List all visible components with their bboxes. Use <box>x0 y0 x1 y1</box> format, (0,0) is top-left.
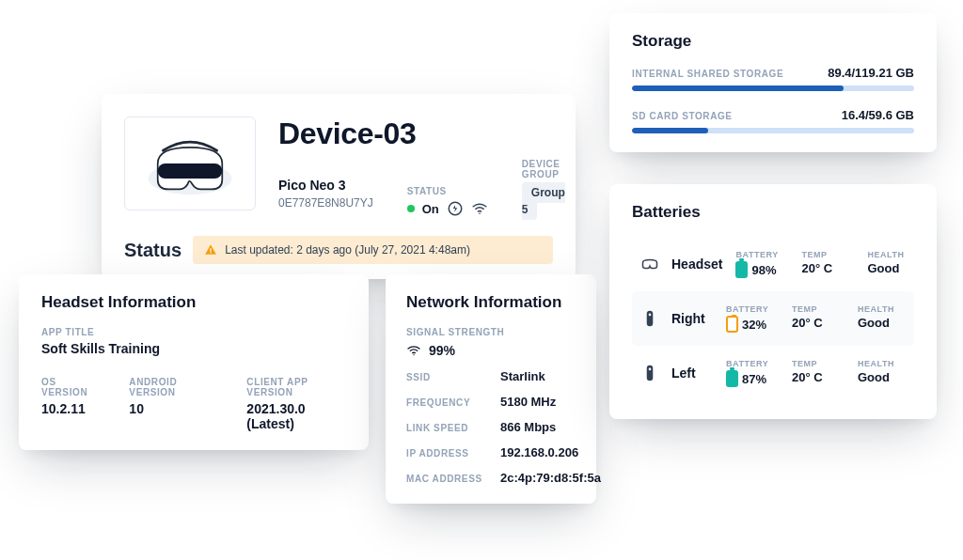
android-version-label: ANDROID VERSION <box>129 377 216 397</box>
battery-label: BATTERY <box>726 304 773 314</box>
wifi-icon <box>406 343 421 358</box>
battery-percent: 98% <box>751 263 776 277</box>
battery-level-icon <box>726 370 738 387</box>
health-label: HEALTH <box>858 304 905 314</box>
svg-rect-7 <box>647 311 654 326</box>
ssid-label: SSID <box>406 372 493 382</box>
link-speed-value: 866 Mbps <box>500 420 556 434</box>
batteries-card: Batteries Headset BATTERY 98% TEMP 20° C… <box>609 184 937 419</box>
frequency-value: 5180 MHz <box>500 395 556 409</box>
batteries-title: Batteries <box>632 203 914 222</box>
android-version-value: 10 <box>129 401 216 416</box>
battery-temp: 20° C <box>801 261 848 275</box>
battery-row: Headset BATTERY 98% TEMP 20° C HEALTH Go… <box>632 237 914 291</box>
storage-title: Storage <box>632 32 914 51</box>
svg-point-10 <box>649 368 652 371</box>
network-info-title: Network Information <box>406 293 576 312</box>
warning-icon <box>204 243 217 257</box>
internal-storage-label: INTERNAL SHARED STORAGE <box>632 69 783 79</box>
temp-label: TEMP <box>801 250 848 259</box>
status-label: STATUS <box>407 186 488 196</box>
health-label: HEALTH <box>858 359 905 368</box>
charging-icon <box>447 200 464 217</box>
client-app-version-value: 2021.30.0 (Latest) <box>246 401 346 431</box>
sd-storage-label: SD CARD STORAGE <box>632 111 733 121</box>
status-section-title: Status <box>124 240 182 261</box>
device-thumbnail <box>124 117 256 210</box>
battery-row: Left BATTERY 87% TEMP 20° C HEALTH Good <box>632 346 914 400</box>
battery-row-name: Right <box>671 311 713 326</box>
signal-strength-value: 99% <box>429 343 455 358</box>
client-app-version-label: CLIENT APP VERSION <box>246 377 346 397</box>
ip-address-value: 192.168.0.206 <box>500 445 578 459</box>
sd-storage-value: 16.4/59.6 GB <box>842 108 914 122</box>
app-title-value: Soft Skills Training <box>41 341 346 356</box>
status-dot-icon <box>407 205 415 212</box>
battery-percent: 32% <box>742 318 766 332</box>
signal-strength-label: SIGNAL STRENGTH <box>406 327 576 337</box>
battery-row: Right BATTERY 32% TEMP 20° C HEALTH Good <box>632 291 914 346</box>
temp-label: TEMP <box>792 359 839 368</box>
svg-rect-1 <box>158 163 223 179</box>
health-label: HEALTH <box>867 250 914 259</box>
battery-health: Good <box>867 261 914 275</box>
link-speed-label: LINK SPEED <box>406 423 493 433</box>
svg-point-6 <box>413 354 414 355</box>
frequency-label: FREQUENCY <box>406 397 493 408</box>
os-version-label: OS VERSION <box>41 377 99 397</box>
last-updated-text: Last updated: 2 days ago (July 27, 2021 … <box>225 243 470 257</box>
internal-storage-value: 89.4/119.21 GB <box>828 66 914 80</box>
mac-address-value: 2c:4p:79:d8:5f:5a <box>500 471 601 485</box>
internal-storage-bar <box>632 86 914 91</box>
headset-info-title: Headset Information <box>41 293 346 312</box>
battery-level-icon <box>726 316 738 333</box>
device-serial: 0E7787E8N8U7YJ <box>278 196 373 210</box>
device-group-chip[interactable]: Group 5 <box>522 182 565 220</box>
mac-address-label: MAC ADDRESS <box>406 474 493 484</box>
svg-rect-4 <box>211 248 212 252</box>
battery-row-name: Headset <box>671 257 722 272</box>
svg-rect-9 <box>647 366 654 381</box>
battery-health: Good <box>858 316 905 330</box>
battery-level-icon <box>735 261 748 278</box>
battery-row-name: Left <box>671 366 713 381</box>
headset-icon <box>641 257 658 271</box>
device-name: Device-03 <box>278 117 553 151</box>
svg-point-3 <box>479 213 481 215</box>
controller-icon <box>641 365 658 381</box>
battery-temp: 20° C <box>792 316 839 330</box>
os-version-value: 10.2.11 <box>41 401 99 416</box>
status-value: On <box>422 202 439 216</box>
device-group-label: DEVICE GROUP <box>522 159 565 179</box>
sd-storage-bar <box>632 128 914 133</box>
vr-headset-image-icon <box>134 126 246 201</box>
battery-temp: 20° C <box>792 370 839 384</box>
app-title-label: APP TITLE <box>41 327 346 337</box>
battery-health: Good <box>858 370 905 384</box>
battery-percent: 87% <box>742 372 766 386</box>
headset-info-card: Headset Information APP TITLE Soft Skill… <box>19 274 369 450</box>
temp-label: TEMP <box>792 304 839 314</box>
storage-card: Storage INTERNAL SHARED STORAGE 89.4/119… <box>609 13 937 152</box>
network-info-card: Network Information SIGNAL STRENGTH 99% … <box>386 274 596 504</box>
last-updated-banner: Last updated: 2 days ago (July 27, 2021 … <box>193 236 553 264</box>
ssid-value: Starlink <box>500 369 545 383</box>
svg-rect-5 <box>211 252 212 253</box>
ip-address-label: IP ADDRESS <box>406 448 493 459</box>
device-summary-card: Device-03 Pico Neo 3 0E7787E8N8U7YJ STAT… <box>102 94 576 279</box>
device-model: Pico Neo 3 <box>278 178 373 193</box>
svg-point-8 <box>649 314 652 317</box>
wifi-icon <box>471 200 488 217</box>
controller-icon <box>641 310 658 327</box>
